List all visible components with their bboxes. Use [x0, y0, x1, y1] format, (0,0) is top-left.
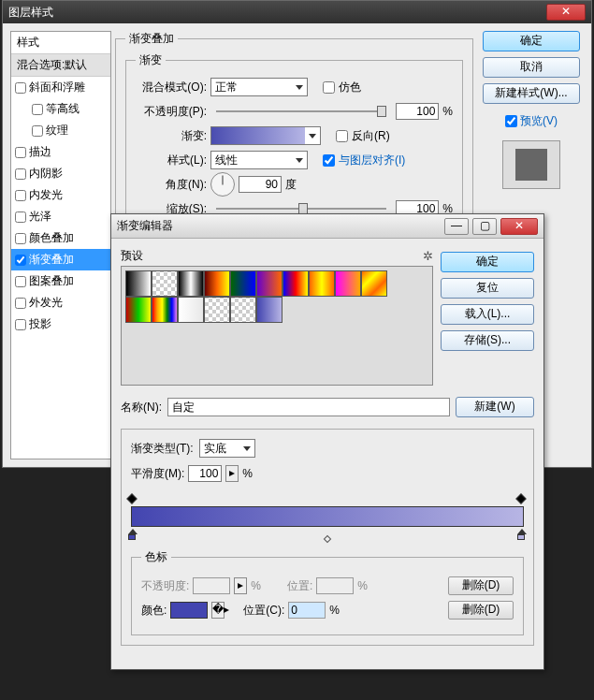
editor-save-button[interactable]: 存储(S)...	[441, 330, 534, 351]
style-item-checkbox[interactable]	[15, 147, 26, 158]
delete-color-stop-button[interactable]: 删除(D)	[448, 601, 514, 620]
style-item-checkbox[interactable]	[15, 319, 26, 330]
editor-close-button[interactable]: ✕	[500, 218, 538, 235]
maximize-button[interactable]: ▢	[472, 218, 497, 235]
style-select[interactable]: 线性	[210, 151, 308, 169]
smoothness-input[interactable]	[188, 465, 222, 482]
opacity-slider[interactable]	[216, 110, 386, 112]
editor-titlebar: 渐变编辑器 ― ▢ ✕	[111, 214, 543, 239]
gradient-bar[interactable]	[131, 495, 524, 540]
style-item[interactable]: 图案叠加	[11, 270, 110, 292]
delete-opacity-stop-button[interactable]: 删除(D)	[448, 576, 514, 595]
color-stop-left[interactable]	[128, 529, 138, 540]
reverse-checkbox[interactable]	[336, 130, 348, 142]
grad-type-label: 渐变类型(T):	[131, 441, 194, 457]
style-item-checkbox[interactable]	[32, 125, 43, 137]
editor-new-button[interactable]: 新建(W)	[456, 397, 534, 417]
style-item[interactable]: 描边	[11, 141, 110, 163]
presets-label: 预设	[121, 248, 143, 264]
angle-input[interactable]	[239, 176, 282, 193]
preset-swatch[interactable]	[125, 270, 152, 297]
new-style-button[interactable]: 新建样式(W)...	[483, 83, 580, 104]
preset-swatch[interactable]	[230, 297, 256, 323]
stop-color-picker-button[interactable]: �▸	[211, 602, 225, 619]
style-item-checkbox[interactable]	[15, 190, 26, 201]
smoothness-stepper[interactable]: ▸	[225, 465, 239, 482]
style-item-checkbox[interactable]	[15, 82, 26, 94]
main-close-button[interactable]: ✕	[546, 4, 586, 21]
preset-swatch[interactable]	[335, 270, 361, 297]
style-item[interactable]: 内阴影	[11, 163, 110, 184]
main-title: 图层样式	[8, 5, 546, 21]
opacity-stop-right[interactable]	[517, 495, 527, 504]
cancel-button[interactable]: 取消	[483, 57, 580, 78]
ok-button[interactable]: 确定	[483, 31, 580, 51]
angle-dial[interactable]	[210, 172, 235, 197]
editor-load-button[interactable]: 载入(L)...	[441, 304, 534, 325]
stops-legend: 色标	[141, 549, 171, 565]
stop-color-swatch[interactable]	[170, 602, 208, 619]
presets-gear-icon[interactable]: ✲	[423, 249, 433, 263]
midpoint-marker[interactable]	[324, 535, 331, 543]
style-item[interactable]: 投影	[11, 314, 110, 335]
opacity-input[interactable]	[396, 103, 439, 120]
preset-swatch[interactable]	[178, 270, 204, 297]
presets-grid	[121, 266, 433, 386]
preset-swatch[interactable]	[256, 297, 283, 323]
grad-type-select[interactable]: 实底	[199, 439, 255, 458]
align-checkbox[interactable]	[323, 154, 335, 167]
preset-swatch[interactable]	[204, 297, 230, 323]
editor-ok-button[interactable]: 确定	[441, 252, 534, 272]
minimize-button[interactable]: ―	[444, 218, 469, 235]
stop-position-c-input[interactable]	[288, 602, 326, 619]
style-item-label: 等高线	[46, 101, 80, 117]
style-item-label: 内发光	[29, 187, 63, 203]
style-item[interactable]: 斜面和浮雕	[11, 77, 110, 98]
scale-slider[interactable]	[216, 208, 386, 210]
style-item-checkbox[interactable]	[15, 255, 26, 266]
preset-swatch[interactable]	[204, 270, 230, 297]
stop-position-c-label: 位置(C):	[243, 603, 284, 619]
preset-swatch[interactable]	[178, 297, 204, 323]
styles-list: 样式 混合选项:默认 斜面和浮雕等高线纹理描边内阴影内发光光泽颜色叠加渐变叠加图…	[10, 31, 111, 459]
preset-swatch[interactable]	[152, 297, 178, 323]
editor-title: 渐变编辑器	[117, 218, 441, 234]
style-item[interactable]: 渐变叠加	[11, 249, 110, 270]
style-item[interactable]: 颜色叠加	[11, 227, 110, 249]
style-item[interactable]: 内发光	[11, 184, 110, 206]
preset-swatch[interactable]	[361, 270, 387, 297]
color-stop-right[interactable]	[517, 529, 527, 540]
editor-reset-button[interactable]: 复位	[441, 278, 534, 299]
editor-right-buttons: 确定 复位 载入(L)... 存储(S)...	[441, 252, 534, 386]
style-item-checkbox[interactable]	[15, 233, 26, 244]
style-item[interactable]: 等高线	[11, 98, 110, 120]
style-item[interactable]: 光泽	[11, 206, 110, 227]
gradient-picker[interactable]	[210, 126, 321, 145]
style-item-checkbox[interactable]	[15, 276, 26, 287]
style-item-label: 颜色叠加	[29, 230, 74, 246]
preset-swatch[interactable]	[256, 270, 283, 297]
preview-checkbox[interactable]	[505, 115, 517, 127]
preset-swatch[interactable]	[125, 297, 152, 323]
styles-header[interactable]: 样式	[11, 32, 110, 54]
gradient-overlay-fieldset: 渐变叠加 渐变 混合模式(O): 正常 仿色 不透明度(P): %	[115, 31, 473, 242]
preset-swatch[interactable]	[230, 270, 256, 297]
smoothness-label: 平滑度(M):	[131, 466, 184, 482]
style-item-checkbox[interactable]	[15, 298, 26, 309]
style-item[interactable]: 外发光	[11, 292, 110, 314]
dither-checkbox[interactable]	[323, 81, 335, 94]
preset-swatch[interactable]	[152, 270, 178, 297]
preset-swatch[interactable]	[283, 270, 309, 297]
blend-mode-select[interactable]: 正常	[210, 78, 308, 96]
style-item-checkbox[interactable]	[32, 104, 43, 115]
name-input[interactable]	[167, 398, 450, 416]
opacity-stop-left[interactable]	[128, 495, 138, 504]
preset-swatch[interactable]	[309, 270, 335, 297]
style-item-checkbox[interactable]	[15, 211, 26, 223]
style-item-label: 斜面和浮雕	[29, 80, 85, 95]
style-item[interactable]: 纹理	[11, 120, 110, 141]
stop-opacity-input	[193, 577, 230, 594]
style-item-checkbox[interactable]	[15, 168, 26, 180]
gradient-edit-fieldset: 渐变类型(T): 实底 平滑度(M): ▸ % 色标 不透明度:	[121, 429, 534, 646]
blend-options-default[interactable]: 混合选项:默认	[11, 54, 110, 77]
